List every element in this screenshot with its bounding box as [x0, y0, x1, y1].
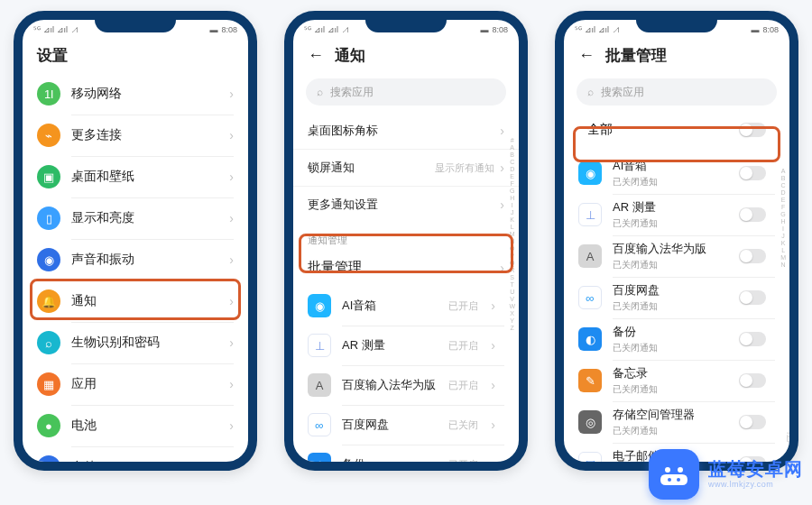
- alpha-T[interactable]: T: [511, 281, 514, 288]
- app-toggle-row-2[interactable]: A 百度输入法华为版 已关闭通知: [564, 235, 789, 277]
- app-sub: 已关闭通知: [613, 383, 728, 396]
- chevron-right-icon: ›: [491, 338, 495, 353]
- alpha-W[interactable]: W: [509, 303, 515, 309]
- alpha-I[interactable]: I: [782, 225, 784, 232]
- alpha-Y[interactable]: Y: [510, 317, 514, 324]
- alpha-index[interactable]: ABCDEFGHIJKLMN: [780, 168, 786, 268]
- back-icon[interactable]: ←: [578, 46, 595, 65]
- alpha-M[interactable]: M: [780, 254, 786, 261]
- app-row-0[interactable]: ◉ AI音箱 已开启 ›: [293, 286, 519, 326]
- alpha-index[interactable]: #ABCDEFGHIJKLMNOPQRSTUVWXYZ: [509, 137, 515, 331]
- app-toggle-row-4[interactable]: ◐ 备份 已关闭通知: [564, 318, 789, 360]
- phone-batch-manage: ⁵ᴳ ⊿ıl ⊿ıl ⩘ ▬8:08 ← 批量管理 ⌕ 搜索应用 全部 ◉ AI…: [555, 11, 798, 471]
- settings-row-0[interactable]: 1l 移动网络 ›: [23, 73, 248, 115]
- batch-manage-row[interactable]: 批量管理 ›: [293, 249, 519, 286]
- alpha-G[interactable]: G: [780, 211, 785, 217]
- settings-row-4[interactable]: ◉ 声音和振动 ›: [23, 239, 248, 280]
- app-toggle[interactable]: [739, 290, 766, 305]
- alpha-O[interactable]: O: [510, 245, 514, 252]
- app-row-1[interactable]: ⊥ AR 测量 已开启 ›: [293, 326, 519, 365]
- app-toggle[interactable]: [739, 166, 766, 180]
- alpha-V[interactable]: V: [510, 296, 514, 302]
- alpha-X[interactable]: X: [510, 310, 514, 317]
- alpha-B[interactable]: B: [781, 175, 786, 181]
- clock: 8:08: [221, 25, 237, 34]
- alpha-Q[interactable]: Q: [510, 260, 514, 266]
- settings-row-2[interactable]: ▣ 桌面和壁纸 ›: [23, 156, 248, 197]
- settings-row-6[interactable]: ⌕ 生物识别和密码 ›: [23, 322, 248, 363]
- app-toggle[interactable]: [739, 207, 766, 222]
- app-toggle[interactable]: [739, 249, 766, 263]
- app-icon: ◐: [578, 327, 602, 351]
- svg-point-3: [677, 478, 680, 482]
- alpha-L[interactable]: L: [511, 224, 514, 230]
- alpha-E[interactable]: E: [510, 173, 514, 179]
- alpha-B[interactable]: B: [510, 152, 514, 158]
- alpha-A[interactable]: A: [510, 144, 514, 151]
- app-toggle-row-1[interactable]: ⊥ AR 测量 已关闭通知: [564, 194, 789, 235]
- settings-label: 通知: [71, 293, 218, 309]
- settings-row-1[interactable]: ⌁ 更多连接 ›: [23, 115, 248, 156]
- alpha-N[interactable]: N: [781, 262, 786, 268]
- app-toggle-row-3[interactable]: ∞ 百度网盘 已关闭通知: [564, 277, 789, 318]
- alpha-S[interactable]: S: [510, 274, 514, 280]
- settings-row-8[interactable]: ● 电池 ›: [23, 405, 248, 446]
- alpha-A[interactable]: A: [781, 168, 786, 174]
- alpha-H[interactable]: H: [781, 218, 786, 225]
- app-toggle[interactable]: [739, 332, 766, 346]
- settings-row-9[interactable]: ◔ 存储 ›: [23, 446, 248, 471]
- notif-option-1[interactable]: 锁屏通知 显示所有通知 ›: [293, 149, 519, 186]
- alpha-P[interactable]: P: [510, 252, 514, 259]
- app-toggle[interactable]: [739, 415, 766, 429]
- signal-icon: ⁵ᴳ ⊿ıl ⊿ıl ⩘: [575, 25, 620, 34]
- alpha-J[interactable]: J: [781, 233, 785, 239]
- alpha-F[interactable]: F: [511, 180, 514, 187]
- alpha-H[interactable]: H: [510, 195, 514, 201]
- all-toggle-row[interactable]: 全部: [577, 113, 777, 147]
- alpha-R[interactable]: R: [510, 267, 514, 273]
- search-placeholder: 搜索应用: [601, 85, 644, 100]
- alpha-G[interactable]: G: [510, 188, 514, 194]
- alpha-F[interactable]: F: [781, 204, 785, 210]
- search-input[interactable]: ⌕ 搜索应用: [306, 78, 506, 106]
- app-toggle-row-6[interactable]: ◎ 存储空间管理器 已关闭通知: [564, 401, 789, 443]
- search-input[interactable]: ⌕ 搜索应用: [577, 78, 777, 106]
- back-icon[interactable]: ←: [308, 46, 324, 65]
- notif-option-0[interactable]: 桌面图标角标 ›: [293, 113, 519, 149]
- alpha-D[interactable]: D: [781, 189, 786, 196]
- alpha-K[interactable]: K: [510, 216, 514, 223]
- alpha-L[interactable]: L: [781, 247, 785, 253]
- chevron-right-icon: ›: [229, 211, 234, 225]
- app-row-2[interactable]: A 百度输入法华为版 已开启 ›: [293, 365, 519, 405]
- settings-row-3[interactable]: ▯ 显示和亮度 ›: [23, 197, 248, 239]
- alpha-C[interactable]: C: [510, 159, 514, 165]
- settings-label: 桌面和壁纸: [71, 169, 218, 185]
- all-toggle[interactable]: [739, 123, 766, 137]
- app-row-3[interactable]: ∞ 百度网盘 已关闭 ›: [293, 405, 519, 445]
- app-toggle-row-5[interactable]: ✎ 备忘录 已关闭通知: [564, 360, 789, 401]
- alpha-E[interactable]: E: [781, 197, 786, 203]
- alpha-K[interactable]: K: [781, 240, 786, 246]
- option-value: 显示所有通知: [435, 161, 494, 175]
- alpha-J[interactable]: J: [511, 209, 514, 216]
- alpha-Z[interactable]: Z: [511, 325, 514, 331]
- app-status: 已关闭: [448, 418, 478, 432]
- alpha-I[interactable]: I: [512, 202, 513, 208]
- alpha-M[interactable]: M: [510, 231, 515, 237]
- app-row-4[interactable]: ◐ 备份 已开启 ›: [293, 445, 519, 471]
- app-toggle[interactable]: [739, 373, 766, 388]
- app-toggle-row-0[interactable]: ◉ AI音箱 已关闭通知: [564, 152, 789, 194]
- alpha-N[interactable]: N: [510, 238, 514, 244]
- chevron-right-icon: ›: [229, 170, 234, 184]
- app-status: 已开启: [448, 379, 478, 392]
- app-label: 备份: [613, 324, 728, 340]
- app-label: 百度输入法华为版: [342, 377, 438, 393]
- alpha-U[interactable]: U: [510, 289, 514, 295]
- alpha-D[interactable]: D: [510, 166, 514, 172]
- alpha-#[interactable]: #: [511, 137, 514, 143]
- notif-option-2[interactable]: 更多通知设置 ›: [293, 186, 519, 223]
- settings-row-5[interactable]: 🔔 通知 ›: [23, 280, 248, 322]
- settings-row-7[interactable]: ▦ 应用 ›: [23, 363, 248, 405]
- clock: 8:08: [762, 25, 779, 34]
- alpha-C[interactable]: C: [781, 182, 786, 188]
